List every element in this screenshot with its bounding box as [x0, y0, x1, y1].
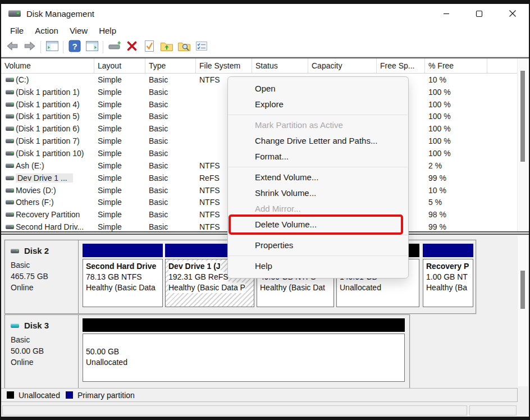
- menu-item-open[interactable]: Open: [228, 81, 408, 97]
- type-cell: Basic: [145, 161, 196, 170]
- status-bar: [1, 404, 518, 417]
- volume-name-cell: (Disk 1 partition 7): [15, 136, 94, 145]
- help-button[interactable]: ?: [67, 39, 82, 54]
- disk-icon: [11, 323, 19, 328]
- pct-free-cell: 99 %: [425, 174, 487, 182]
- column-header-layout[interactable]: Layout: [94, 58, 145, 73]
- back-button[interactable]: [4, 39, 20, 54]
- forward-icon: [24, 40, 36, 54]
- partition[interactable]: Recovery P1.00 GB NTHealthy (Ba: [423, 244, 473, 307]
- properties-list-button[interactable]: [194, 39, 209, 54]
- volume-name: Dev Drive 1 ...: [16, 174, 73, 182]
- pct-free-cell: 5 %: [425, 198, 487, 207]
- column-header-free-sp[interactable]: Free Sp...: [377, 58, 425, 73]
- volume-name: (Disk 1 partition 1): [16, 88, 80, 97]
- toolbar-separator: [103, 41, 103, 53]
- menu-item-help[interactable]: Help: [228, 258, 408, 274]
- volume-icon: [6, 139, 14, 143]
- column-header-file-system[interactable]: File System: [196, 58, 252, 73]
- delete-x-icon: [126, 40, 138, 54]
- pct-free-cell: 100 %: [425, 149, 487, 158]
- show-action-pane-button[interactable]: [84, 39, 99, 54]
- forward-button[interactable]: [22, 39, 37, 54]
- set-active-partition-button[interactable]: [141, 39, 157, 54]
- show-console-tree-button[interactable]: [44, 39, 60, 54]
- volume-icon-cell: [1, 212, 15, 217]
- menu-item-delete-volume[interactable]: Delete Volume...: [228, 217, 408, 232]
- partition[interactable]: 50.00 GBUnallocated: [83, 318, 405, 382]
- pct-free-cell: 100 %: [425, 136, 487, 145]
- volume-list-scrollbar[interactable]: [517, 58, 528, 231]
- pct-free-cell: 100 %: [425, 88, 487, 97]
- menu-item-extend-volume[interactable]: Extend Volume...: [228, 170, 408, 185]
- menu-item-mark-partition-as-active[interactable]: Mark Partition as Active: [228, 117, 408, 133]
- maximize-button[interactable]: [463, 4, 496, 23]
- layout-cell: Simple: [94, 100, 145, 109]
- pct-free-cell: 98 %: [425, 210, 487, 219]
- volume-name: Second Hard Driv...: [16, 222, 84, 231]
- volume-icon-cell: [1, 176, 15, 180]
- partition-body[interactable]: 50.00 GBUnallocated: [83, 334, 405, 382]
- menu-view[interactable]: View: [64, 25, 93, 36]
- partition-body[interactable]: Recovery P1.00 GB NTHealthy (Ba: [423, 259, 473, 307]
- folder-up-button[interactable]: [159, 39, 174, 54]
- volume-icon-cell: [1, 188, 15, 193]
- scrollbar-thumb[interactable]: [520, 71, 525, 162]
- delete-button[interactable]: [124, 39, 139, 54]
- partition-health: Unallocated: [86, 357, 401, 368]
- menu-separator: [229, 235, 408, 235]
- column-header-filler: [487, 58, 518, 73]
- scrollbar-thumb[interactable]: [520, 271, 525, 309]
- partition-body[interactable]: Second Hard Drive78.13 GB NTFSHealthy (B…: [83, 259, 163, 307]
- column-header-volume[interactable]: Volume: [1, 58, 94, 73]
- disk-graph-scrollbar[interactable]: [517, 236, 528, 386]
- pct-free-cell: 10 %: [425, 186, 487, 195]
- column-header-type[interactable]: Type: [145, 58, 196, 73]
- disk-icon: [108, 40, 121, 54]
- minimize-button[interactable]: [430, 4, 463, 23]
- layout-cell: Simple: [94, 222, 145, 231]
- pct-free-cell: 100 %: [425, 112, 487, 121]
- status-cell: [2, 405, 467, 416]
- disk-size: 465.75 GB: [11, 271, 78, 282]
- window-controls: [430, 4, 529, 23]
- column-header-status[interactable]: Status: [252, 58, 308, 73]
- disk-label-disk-3[interactable]: Disk 3Basic50.00 GBOnline: [5, 315, 79, 388]
- menu-help[interactable]: Help: [93, 25, 122, 36]
- menu-item-add-mirror[interactable]: Add Mirror...: [228, 201, 408, 217]
- folder-search-button[interactable]: [176, 39, 191, 54]
- volume-name-cell: (Disk 1 partition 1): [15, 88, 94, 97]
- menu-item-properties[interactable]: Properties: [228, 238, 408, 253]
- volume-icon-cell: [1, 114, 15, 118]
- menu-item-format[interactable]: Format...: [228, 149, 408, 165]
- legend-label: Unallocated: [19, 391, 60, 400]
- menu-file[interactable]: File: [4, 25, 29, 36]
- disk-label-disk-2[interactable]: Disk 2Basic465.75 GBOnline: [5, 240, 79, 313]
- column-header-capacity[interactable]: Capacity: [308, 58, 377, 73]
- type-cell: Basic: [145, 136, 196, 145]
- menu-item-change-drive-letter-and-paths[interactable]: Change Drive Letter and Paths...: [228, 133, 408, 149]
- menu-item-shrink-volume[interactable]: Shrink Volume...: [228, 185, 408, 201]
- column-header-free[interactable]: % Free: [425, 58, 487, 73]
- back-icon: [6, 40, 19, 54]
- toolbar: ?: [1, 38, 529, 57]
- volume-name: (Disk 1 partition 7): [16, 136, 80, 145]
- close-button[interactable]: [496, 4, 529, 23]
- legend-label: Primary partition: [77, 391, 135, 400]
- volume-icon: [6, 225, 14, 229]
- partition-health: Healthy (Basic Data P: [168, 282, 245, 293]
- disk-view-button[interactable]: [107, 39, 122, 54]
- partition[interactable]: Second Hard Drive78.13 GB NTFSHealthy (B…: [83, 244, 163, 307]
- volume-name-cell: Second Hard Driv...: [15, 222, 94, 231]
- menu-item-explore[interactable]: Explore: [228, 97, 408, 112]
- legend-bar: UnallocatedPrimary partition: [1, 388, 518, 402]
- volume-icon: [6, 114, 14, 118]
- context-menu: OpenExploreMark Partition as ActiveChang…: [227, 76, 409, 279]
- disk-type: Basic: [11, 334, 78, 345]
- check-document-icon: [144, 40, 155, 54]
- layout-cell: Simple: [94, 174, 145, 182]
- menu-action[interactable]: Action: [29, 25, 64, 36]
- toolbar-separator: [40, 41, 41, 53]
- volume-name-cell: (Disk 1 partition 10): [15, 149, 94, 158]
- partition-size-fs: 50.00 GB: [86, 346, 401, 357]
